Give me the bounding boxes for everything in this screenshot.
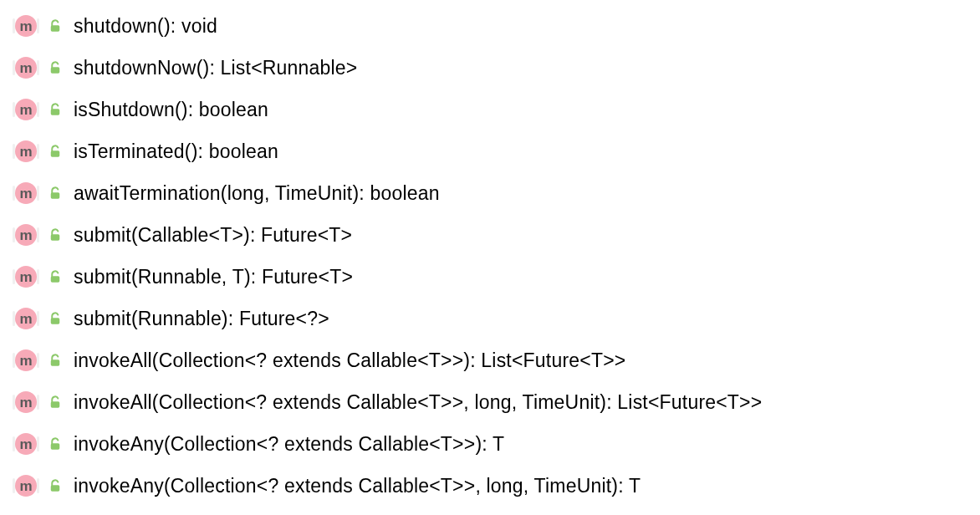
svg-rect-7 (51, 318, 60, 324)
unlock-icon (47, 185, 64, 201)
method-icon-letter: m (19, 103, 32, 117)
method-icon-letter: m (19, 395, 32, 410)
unlock-icon (47, 268, 64, 285)
svg-rect-9 (51, 401, 60, 408)
method-icon-letter: m (19, 479, 32, 493)
unlock-icon (47, 101, 64, 118)
method-item[interactable]: m submit(Runnable, T): Future<T> (0, 256, 980, 298)
method-signature: invokeAll(Collection<? extends Callable<… (74, 349, 625, 372)
method-icon-letter: m (19, 354, 32, 368)
svg-rect-0 (51, 25, 60, 32)
method-signature: shutdownNow(): List<Runnable> (74, 57, 358, 79)
method-signature: isShutdown(): boolean (74, 99, 268, 121)
method-item[interactable]: m shutdown(): void (0, 5, 980, 47)
method-icon-letter: m (19, 61, 32, 75)
method-list: m shutdown(): void m shutdownNow(): List… (0, 5, 980, 507)
method-icon: m (15, 308, 37, 329)
unlock-icon (47, 394, 64, 410)
method-icon-letter: m (19, 145, 32, 159)
unlock-icon (47, 310, 64, 327)
method-item[interactable]: m awaitTermination(long, TimeUnit): bool… (0, 172, 980, 214)
method-icon-letter: m (19, 437, 32, 451)
method-icon: m (15, 266, 37, 288)
method-icon: m (15, 349, 37, 371)
unlock-icon (47, 352, 64, 369)
unlock-icon (47, 143, 64, 160)
method-icon: m (15, 433, 37, 455)
method-icon-letter: m (19, 270, 32, 284)
method-item[interactable]: m invokeAny(Collection<? extends Callabl… (0, 423, 980, 465)
method-signature: invokeAny(Collection<? extends Callable<… (74, 475, 641, 497)
svg-rect-2 (51, 109, 60, 115)
method-signature: awaitTermination(long, TimeUnit): boolea… (74, 182, 440, 205)
method-item[interactable]: m isTerminated(): boolean (0, 130, 980, 172)
method-icon: m (15, 140, 37, 162)
method-signature: submit(Runnable, T): Future<T> (74, 266, 353, 288)
svg-rect-1 (51, 67, 60, 74)
method-icon: m (15, 15, 37, 37)
method-icon-letter: m (19, 228, 32, 242)
svg-rect-11 (51, 485, 60, 492)
unlock-icon (47, 59, 64, 76)
method-icon: m (15, 391, 37, 413)
unlock-icon (47, 18, 64, 34)
method-icon-letter: m (19, 312, 32, 326)
method-icon: m (15, 99, 37, 120)
method-item[interactable]: m submit(Callable<T>): Future<T> (0, 214, 980, 256)
method-item[interactable]: m invokeAll(Collection<? extends Callabl… (0, 381, 980, 423)
method-signature: invokeAll(Collection<? extends Callable<… (74, 391, 762, 414)
svg-rect-8 (51, 359, 60, 366)
svg-rect-6 (51, 276, 60, 283)
method-signature: shutdown(): void (74, 15, 217, 38)
svg-rect-4 (51, 192, 60, 199)
method-icon: m (15, 475, 37, 497)
svg-rect-10 (51, 443, 60, 450)
method-signature: submit(Callable<T>): Future<T> (74, 224, 352, 247)
unlock-icon (47, 227, 64, 243)
unlock-icon (47, 477, 64, 494)
method-icon-letter: m (19, 19, 32, 33)
method-signature: isTerminated(): boolean (74, 140, 278, 163)
method-signature: invokeAny(Collection<? extends Callable<… (74, 433, 504, 456)
method-icon: m (15, 182, 37, 204)
method-icon: m (15, 224, 37, 246)
method-item[interactable]: m invokeAny(Collection<? extends Callabl… (0, 465, 980, 507)
method-icon: m (15, 57, 37, 79)
method-signature: submit(Runnable): Future<?> (74, 308, 329, 330)
method-item[interactable]: m submit(Runnable): Future<?> (0, 298, 980, 339)
method-item[interactable]: m shutdownNow(): List<Runnable> (0, 47, 980, 89)
method-icon-letter: m (19, 186, 32, 201)
unlock-icon (47, 436, 64, 452)
method-item[interactable]: m invokeAll(Collection<? extends Callabl… (0, 339, 980, 381)
method-item[interactable]: m isShutdown(): boolean (0, 89, 980, 130)
svg-rect-3 (51, 150, 60, 157)
svg-rect-5 (51, 234, 60, 241)
